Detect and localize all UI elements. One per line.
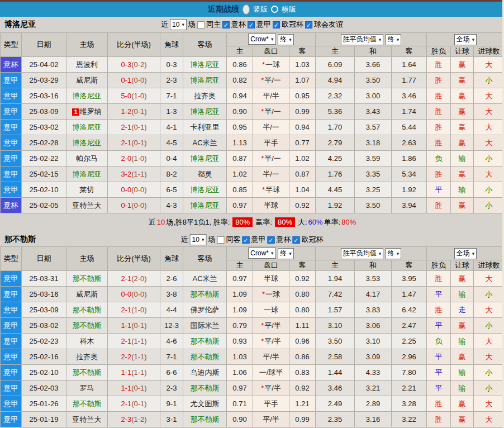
halftime-score: (0-0) — [131, 290, 146, 298]
same-venue-checkbox[interactable] — [197, 21, 205, 28]
league-filter-checkbox-0[interactable]: ✓ — [242, 236, 249, 244]
result-wdl-value: 平 — [435, 186, 443, 194]
match-count-select[interactable]: 10▾ — [170, 19, 187, 30]
league-filter-label-0[interactable]: 意甲 — [251, 235, 265, 245]
result-scope-group: 全场▾ — [427, 33, 504, 46]
handicap: 半球 — [253, 198, 289, 213]
sub-header-0: 主 — [227, 260, 253, 271]
home-team: 博洛尼亚 — [66, 120, 108, 135]
corners: 2-6 — [160, 271, 183, 287]
result-handicap-value: 输 — [459, 290, 466, 298]
euro-home-odds: 2.58 — [316, 349, 355, 365]
league-filter-checkbox-1[interactable]: ✓ — [267, 236, 274, 244]
result-handicap-value: 赢 — [459, 415, 466, 424]
league-filter-checkbox-1[interactable]: ✓ — [248, 21, 255, 28]
horizontal-layout-radio[interactable] — [271, 6, 278, 13]
europe-final-select[interactable]: 终▾ — [386, 34, 402, 45]
sub-header-1: 盘口 — [253, 46, 289, 57]
away-odds: 0.95 — [289, 88, 316, 104]
home-odds: 0.87 — [227, 151, 253, 167]
result-wdl-value: 胜 — [435, 415, 443, 424]
odds-company-select[interactable]: Crow*▾ — [248, 248, 275, 259]
horizontal-layout-label[interactable]: 横版 — [282, 4, 296, 15]
odds-company-select[interactable]: Crow*▾ — [248, 34, 275, 45]
result-wdl: 平 — [427, 287, 451, 302]
league-badge: 意甲 — [1, 135, 22, 151]
result-wdl-value: 胜 — [435, 76, 443, 84]
league-filter-label-1[interactable]: 意甲 — [256, 20, 271, 30]
league-badge: 意甲 — [1, 302, 22, 318]
league-filter-checkbox-2[interactable]: ✓ — [292, 236, 299, 244]
result-wdl-value: 胜 — [435, 170, 443, 178]
result-handicap: 输 — [451, 334, 474, 349]
league-filter-label-1[interactable]: 意杯 — [276, 235, 291, 245]
result-handicap: 赢 — [451, 88, 474, 104]
handicap-value: 半球 — [264, 274, 278, 283]
handicap: 半/一 — [253, 120, 289, 135]
league-filter-label-0[interactable]: 意杯 — [231, 20, 246, 30]
result-wdl-value: 负 — [435, 154, 443, 163]
result-wdl-value: 胜 — [435, 201, 443, 210]
result-goals: 大 — [474, 349, 504, 365]
chevron-down-icon: ▾ — [472, 37, 475, 42]
away-team: 那不勒斯 — [183, 412, 227, 427]
match-row: 意甲25-03-29威尼斯0-1(0-0)2-3博洛尼亚0.82*半/一1.07… — [1, 73, 504, 88]
euro-away-odds: 2.63 — [392, 135, 427, 151]
league-filter-checkbox-3[interactable]: ✓ — [305, 21, 312, 28]
vertical-layout-label[interactable]: 竖版 — [253, 4, 268, 15]
euro-home-odds: 4.25 — [316, 151, 355, 167]
result-goals-value: 大 — [486, 60, 493, 69]
home-team-name: 威尼斯 — [76, 290, 98, 298]
odds-final-select[interactable]: 终▾ — [278, 34, 294, 45]
odds-final-select[interactable]: 终▾ — [278, 248, 294, 259]
scope-select[interactable]: 全场▾ — [454, 34, 477, 45]
over-rate-label: 大: — [298, 217, 307, 227]
europe-odds-select[interactable]: 胜平负均值▾ — [341, 34, 384, 45]
league-filter-checkbox-0[interactable]: ✓ — [222, 21, 230, 28]
league-filter-label-2[interactable]: 欧冠杯 — [301, 235, 323, 245]
league-filter-label-2[interactable]: 欧冠杯 — [282, 20, 303, 30]
result-goals-value: 小 — [486, 368, 493, 377]
handicap-value: 一球 — [265, 290, 280, 298]
league-filter-label-3[interactable]: 球会友谊 — [314, 20, 343, 30]
score: 2-2(1-1) — [108, 349, 160, 365]
home-team-name: 那不勒斯 — [73, 274, 102, 283]
corners: 4-4 — [160, 302, 183, 318]
euro-draw-odds: 3.16 — [355, 412, 392, 427]
sub-header-8: 进球数 — [474, 46, 504, 57]
away-team: 拉齐奥 — [183, 88, 227, 104]
same-venue-checkbox[interactable] — [217, 236, 224, 244]
handicap-star: * — [262, 60, 265, 69]
europe-odds-select[interactable]: 胜平负均值▾ — [341, 248, 384, 259]
away-team-name: 博洛尼亚 — [191, 154, 220, 163]
handicap: 平/半 — [253, 88, 289, 104]
team-name: 博洛尼亚 — [0, 20, 36, 30]
home-team: 科木 — [66, 334, 108, 349]
fulltime-score: 2-1 — [121, 306, 131, 314]
scope-select[interactable]: 全场▾ — [454, 248, 477, 259]
result-handicap: 输 — [451, 287, 474, 302]
section-head: 博洛尼亚近10▾场同主✓意杯✓意甲✓欧冠杯✓球会友谊 — [0, 17, 504, 32]
same-venue-label[interactable]: 同主 — [206, 20, 221, 30]
match-date: 25-03-16 — [22, 287, 66, 302]
chevron-down-icon: ▾ — [202, 237, 205, 242]
col-header-2: 主场 — [66, 247, 108, 271]
away-team: 博洛尼亚 — [183, 73, 227, 88]
league-filter-checkbox-2[interactable]: ✓ — [273, 21, 280, 28]
match-row: 意甲25-03-02那不勒斯1-1(0-1)12-3国际米兰0.79*平/半1.… — [1, 318, 504, 334]
away-odds: 0.92 — [289, 381, 316, 396]
home-odds: 0.90 — [227, 412, 253, 427]
result-handicap: 赢 — [451, 104, 474, 120]
handicap: 平/半 — [253, 349, 289, 365]
europe-final-select[interactable]: 终▾ — [386, 248, 402, 259]
away-team: 那不勒斯 — [183, 287, 227, 302]
chevron-down-icon: ▾ — [289, 37, 292, 42]
match-count-select[interactable]: 10▾ — [190, 234, 207, 245]
same-venue-label[interactable]: 同客 — [226, 235, 240, 245]
vertical-layout-radio[interactable] — [243, 4, 250, 15]
away-team-name: 拉齐奥 — [194, 92, 216, 100]
score: 2-1(0-1) — [108, 120, 160, 135]
results-sections: 博洛尼亚近10▾场同主✓意杯✓意甲✓欧冠杯✓球会友谊类型日期主场比分(半场)角球… — [0, 17, 504, 428]
away-odds: 0.96 — [289, 334, 316, 349]
match-row: 意甲25-02-15博洛尼亚3-2(1-1)8-2都灵1.02半/一0.871.… — [1, 167, 504, 182]
